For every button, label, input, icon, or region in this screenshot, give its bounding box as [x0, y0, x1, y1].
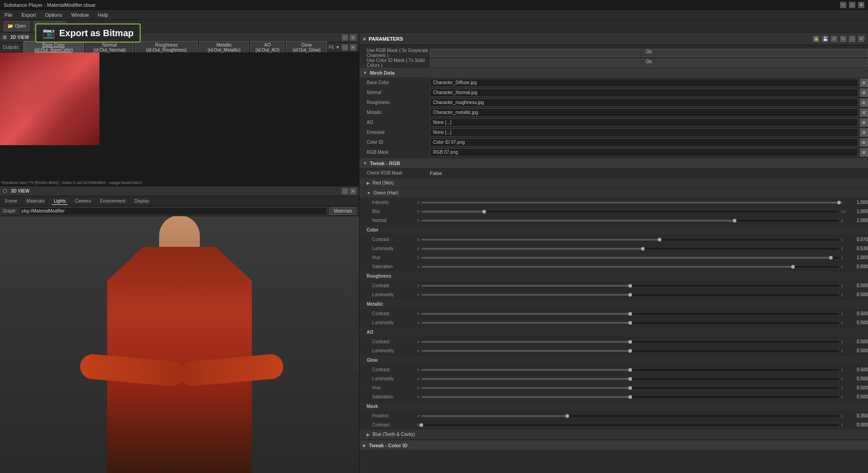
ao-lum-thumb[interactable]: [628, 349, 632, 353]
intensity-track[interactable]: [421, 202, 839, 203]
glow-sat-thumb[interactable]: [628, 395, 632, 399]
glow-sat-track[interactable]: [421, 396, 839, 398]
output-tab-normal[interactable]: Normal (id:Out_Normal): [85, 41, 133, 54]
open-button[interactable]: 📂 Open: [4, 21, 30, 31]
green-hair-header[interactable]: ▼ Green (Hair): [359, 188, 868, 198]
params-close[interactable]: ✕: [858, 36, 864, 42]
color-lum-thumb[interactable]: [641, 247, 645, 251]
normal-slider-thumb[interactable]: [733, 219, 736, 222]
glow-hue-track[interactable]: [421, 387, 839, 389]
menu-export[interactable]: Export: [19, 11, 39, 19]
colorid-file-btn[interactable]: ⊞: [860, 138, 868, 147]
ao-contrast-thumb[interactable]: [628, 340, 632, 344]
mask-cont-track[interactable]: [421, 424, 839, 426]
intensity-thumb[interactable]: [837, 201, 841, 204]
hue-thumb[interactable]: [829, 256, 833, 260]
output-tab-basecolor[interactable]: Base Color (id:Out_BaseColor): [24, 41, 84, 54]
tab-materials[interactable]: Materials: [24, 198, 47, 204]
tab-lights[interactable]: Lights: [52, 198, 68, 205]
normal-slider-track[interactable]: [421, 220, 839, 222]
panel-2d-close-btn[interactable]: ✕: [350, 44, 356, 51]
output-tab-ao[interactable]: AO (id:Out_AO): [250, 41, 284, 54]
normal-file-btn[interactable]: ⊞: [860, 89, 868, 97]
roughness-input[interactable]: [430, 99, 858, 107]
normal-input[interactable]: [430, 89, 858, 97]
3d-scrollbar[interactable]: [354, 317, 359, 372]
output-tab-glow[interactable]: Glow (id:Out_Glow): [286, 41, 327, 54]
rough-contrast-thumb[interactable]: [628, 284, 632, 288]
params-save[interactable]: 💾: [822, 36, 828, 42]
rgbmask-input[interactable]: [430, 148, 858, 156]
metallic-input[interactable]: [430, 109, 858, 117]
maximize-button[interactable]: □: [849, 2, 855, 8]
close-button[interactable]: ✕: [858, 2, 864, 8]
metal-lum-track[interactable]: [421, 322, 839, 324]
hue-track[interactable]: [421, 257, 839, 259]
blue-teeth-header[interactable]: ▶ Blue (Teeth & Cavity): [359, 430, 868, 440]
basecolor-file-btn[interactable]: ⊞: [860, 79, 868, 87]
color-contrast-thumb[interactable]: [658, 238, 661, 241]
tab-scene[interactable]: Scene: [3, 198, 19, 204]
color-lum-track[interactable]: [421, 248, 839, 250]
output-tab-roughness[interactable]: Roughness (id:Out_Roughness): [135, 41, 198, 54]
menu-help[interactable]: Help: [95, 11, 111, 19]
panel-3d-expand[interactable]: □: [342, 188, 348, 194]
metallic-file-btn[interactable]: ⊞: [860, 109, 868, 117]
params-reset[interactable]: ↺: [831, 36, 837, 42]
ao-input[interactable]: [430, 118, 858, 127]
use-color-id-value[interactable]: On: [430, 59, 868, 67]
rough-lum-thumb[interactable]: [628, 293, 632, 297]
tab-camera[interactable]: Camera: [73, 198, 93, 204]
glow-lum-thumb[interactable]: [628, 377, 632, 381]
panel-2d-expand[interactable]: □: [342, 34, 348, 41]
tab-environment[interactable]: Environment: [98, 198, 127, 204]
params-lock[interactable]: 🔒: [813, 36, 819, 42]
mask-cont-thumb[interactable]: [420, 423, 423, 427]
tweak-colorid-header[interactable]: ▶ Tweak - Color ID: [359, 440, 868, 450]
params-redo[interactable]: ↻: [840, 36, 846, 42]
minimize-button[interactable]: ─: [840, 2, 846, 8]
mask-pos-thumb[interactable]: [566, 414, 569, 418]
panel-3d-close[interactable]: ✕: [350, 188, 356, 194]
glow-hue-thumb[interactable]: [628, 386, 632, 390]
panel-2d-fullscreen[interactable]: □: [342, 44, 348, 51]
glow-contrast-thumb[interactable]: [628, 368, 632, 372]
metal-contrast-thumb[interactable]: [628, 312, 632, 316]
sat-thumb[interactable]: [791, 265, 795, 269]
tab-display[interactable]: Display: [132, 198, 151, 204]
tweak-rgb-header[interactable]: ▼ Tweak - RGB: [359, 158, 868, 168]
params-expand[interactable]: □: [849, 36, 855, 42]
rough-lum-track[interactable]: [421, 294, 839, 296]
metal-lum-thumb[interactable]: [628, 321, 632, 325]
glow-lum-track[interactable]: [421, 378, 839, 380]
output-tab-metallic[interactable]: Metallic (id:Out_Metallic): [199, 41, 249, 54]
blur-thumb[interactable]: [482, 210, 486, 213]
materials-button[interactable]: Materials: [330, 207, 356, 215]
mask-pos-track[interactable]: [421, 415, 839, 417]
basecolor-input[interactable]: [430, 79, 858, 87]
graph-input[interactable]: [19, 207, 327, 215]
roughness-file-btn[interactable]: ⊞: [860, 99, 868, 107]
colorid-input[interactable]: [430, 138, 858, 147]
ao-file-btn[interactable]: ⊞: [860, 118, 868, 127]
panel-2d-close[interactable]: ✕: [350, 34, 356, 41]
emissive-file-btn[interactable]: ⊞: [860, 128, 868, 137]
fit-dropdown-icon[interactable]: ▼: [335, 45, 340, 50]
glow-contrast-track[interactable]: [421, 369, 839, 371]
red-skin-header[interactable]: ▶ Red (Skin): [359, 178, 868, 188]
mesh-data-header[interactable]: ▼ Mesh Data: [359, 68, 868, 78]
rough-contrast-track[interactable]: [421, 285, 839, 287]
metal-contrast-track[interactable]: [421, 313, 839, 315]
ao-contrast-track[interactable]: [421, 341, 839, 343]
emissive-input[interactable]: [430, 128, 858, 137]
sat-track[interactable]: [421, 266, 839, 268]
color-contrast-track[interactable]: [421, 239, 839, 241]
blur-track[interactable]: [421, 211, 839, 213]
menu-file[interactable]: File: [2, 11, 15, 19]
menu-options[interactable]: Options: [42, 11, 65, 19]
canvas-3d[interactable]: [0, 216, 359, 473]
menu-window[interactable]: Window: [68, 11, 91, 19]
ao-lum-track[interactable]: [421, 350, 839, 352]
use-rgb-mask-value[interactable]: On: [430, 49, 868, 57]
rgbmask-file-btn[interactable]: ⊞: [860, 148, 868, 156]
